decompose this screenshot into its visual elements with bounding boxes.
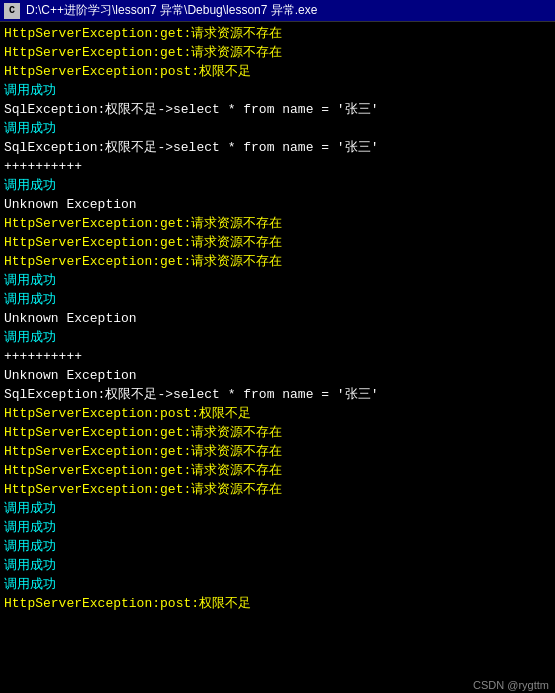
console-line: 调用成功: [4, 328, 551, 347]
console-line: SqlException:权限不足->select * from name = …: [4, 138, 551, 157]
console-line: HttpServerException:get:请求资源不存在: [4, 480, 551, 499]
console-line: Unknown Exception: [4, 309, 551, 328]
console-line: 调用成功: [4, 499, 551, 518]
console-line: SqlException:权限不足->select * from name = …: [4, 100, 551, 119]
console-line: HttpServerException:post:权限不足: [4, 594, 551, 613]
console-line: 调用成功: [4, 119, 551, 138]
title-bar: C D:\C++进阶学习\lesson7 异常\Debug\lesson7 异常…: [0, 0, 555, 22]
console-line: ++++++++++: [4, 347, 551, 366]
console-line: HttpServerException:get:请求资源不存在: [4, 461, 551, 480]
console-line: HttpServerException:get:请求资源不存在: [4, 252, 551, 271]
console-area: HttpServerException:get:请求资源不存在HttpServe…: [0, 22, 555, 693]
console-line: 调用成功: [4, 575, 551, 594]
console-line: 调用成功: [4, 537, 551, 556]
console-line: 调用成功: [4, 271, 551, 290]
console-line: 调用成功: [4, 290, 551, 309]
title-text: D:\C++进阶学习\lesson7 异常\Debug\lesson7 异常.e…: [26, 2, 317, 19]
console-line: HttpServerException:post:权限不足: [4, 404, 551, 423]
console-line: HttpServerException:post:权限不足: [4, 62, 551, 81]
console-line: Unknown Exception: [4, 366, 551, 385]
console-line: 调用成功: [4, 176, 551, 195]
console-line: HttpServerException:get:请求资源不存在: [4, 24, 551, 43]
console-line: 调用成功: [4, 518, 551, 537]
console-line: HttpServerException:get:请求资源不存在: [4, 214, 551, 233]
console-line: SqlException:权限不足->select * from name = …: [4, 385, 551, 404]
console-line: HttpServerException:get:请求资源不存在: [4, 442, 551, 461]
console-line: ++++++++++: [4, 157, 551, 176]
footer-bar: CSDN @rygttm: [467, 677, 555, 693]
console-line: HttpServerException:get:请求资源不存在: [4, 233, 551, 252]
console-line: Unknown Exception: [4, 195, 551, 214]
title-bar-icon: C: [4, 3, 20, 19]
console-line: HttpServerException:get:请求资源不存在: [4, 43, 551, 62]
console-line: HttpServerException:get:请求资源不存在: [4, 423, 551, 442]
console-line: 调用成功: [4, 556, 551, 575]
console-line: 调用成功: [4, 81, 551, 100]
